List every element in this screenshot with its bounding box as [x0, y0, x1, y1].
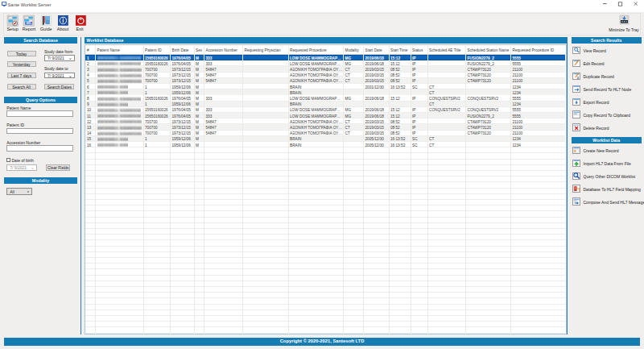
svg-text:2: 2 [576, 76, 579, 80]
svg-text:MWL: MWL [27, 22, 32, 25]
